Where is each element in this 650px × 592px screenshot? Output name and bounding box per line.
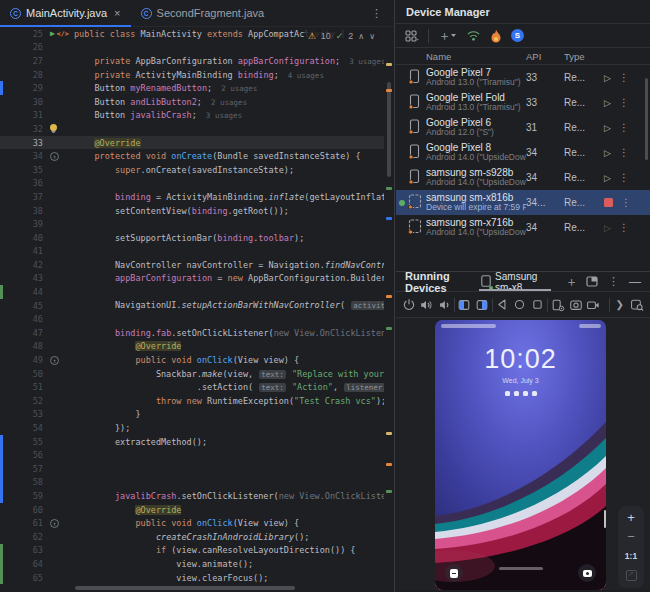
- stripe-mark[interactable]: [386, 432, 392, 435]
- start-device-icon[interactable]: ▷: [604, 98, 611, 108]
- home-icon[interactable]: [512, 296, 528, 314]
- zoom-actual-size-button[interactable]: 1:1: [625, 551, 637, 561]
- add-tab-icon[interactable]: ＋: [565, 273, 578, 291]
- group-devices-icon[interactable]: [405, 30, 419, 42]
- back-icon[interactable]: [495, 296, 511, 314]
- code-line-59[interactable]: 59 javalibCrash.setOnClickListener(new V…: [0, 489, 384, 503]
- stripe-mark[interactable]: [386, 463, 392, 466]
- device-row-google-pixel-6[interactable]: Google Pixel 6Android 12.0 ("S")31Re...▷…: [396, 115, 650, 140]
- rotate-right-icon[interactable]: [474, 296, 490, 314]
- device-options-kebab-icon[interactable]: ⋮: [619, 222, 629, 233]
- column-type[interactable]: Type: [564, 51, 604, 62]
- zoom-in-button[interactable]: +: [627, 513, 635, 523]
- code-line-56[interactable]: 56: [0, 448, 384, 462]
- start-device-icon[interactable]: ▷: [604, 148, 611, 158]
- code-line-33[interactable]: 33 @Override: [0, 136, 384, 150]
- device-options-kebab-icon[interactable]: ⋮: [619, 147, 629, 158]
- code-line-65[interactable]: 65 view.clearFocus();: [0, 571, 384, 585]
- code-line-27[interactable]: 27 private AppBarConfiguration appBarCon…: [0, 54, 384, 68]
- overriding-method-icon[interactable]: ↑: [50, 152, 59, 161]
- code-changed-icon[interactable]: </>: [57, 30, 69, 38]
- code-line-44[interactable]: 44: [0, 285, 384, 299]
- code-line-39[interactable]: 39: [0, 217, 384, 231]
- next-issue-icon[interactable]: ∨: [369, 32, 375, 41]
- start-device-icon[interactable]: ▷: [604, 223, 611, 233]
- code-line-50[interactable]: 50 Snackbar.make(view, text: "Replace wi…: [0, 367, 384, 381]
- code-line-48[interactable]: 48 @Override: [0, 340, 384, 354]
- device-options-kebab-icon[interactable]: ⋮: [619, 172, 629, 183]
- code-line-61[interactable]: 61↑ public void onClick(View view) {: [0, 516, 384, 530]
- stripe-mark[interactable]: [386, 490, 392, 493]
- options-kebab-icon[interactable]: ⋮: [608, 275, 619, 288]
- error-stripe[interactable]: [384, 27, 394, 592]
- column-name[interactable]: Name: [396, 51, 526, 62]
- horizontal-scrollbar[interactable]: [75, 586, 295, 590]
- samsung-remote-icon[interactable]: S: [511, 29, 524, 42]
- device-options-kebab-icon[interactable]: ⋮: [621, 197, 631, 208]
- more-chevron-icon[interactable]: ❯: [612, 296, 628, 314]
- stripe-mark[interactable]: [386, 295, 392, 298]
- vertical-scrollbar[interactable]: [387, 82, 391, 177]
- start-device-icon[interactable]: ▷: [604, 173, 611, 183]
- volume-up-icon[interactable]: [419, 296, 435, 314]
- record-screen-icon[interactable]: [585, 296, 601, 314]
- rotate-left-icon[interactable]: [457, 296, 473, 314]
- code-line-54[interactable]: 54 });: [0, 421, 384, 435]
- code-line-35[interactable]: 35 super.onCreate(savedInstanceState);: [0, 163, 384, 177]
- overriding-method-icon[interactable]: ↑: [50, 356, 59, 365]
- code-line-47[interactable]: 47 binding.fab.setOnClickListener(new Vi…: [0, 326, 384, 340]
- start-device-icon[interactable]: ▷: [604, 73, 611, 83]
- code-line-53[interactable]: 53 }: [0, 408, 384, 422]
- code-line-42[interactable]: 42 NavController navController = Navigat…: [0, 258, 384, 272]
- start-device-icon[interactable]: ▷: [604, 123, 611, 133]
- device-options-kebab-icon[interactable]: ⋮: [619, 97, 629, 108]
- code-line-60[interactable]: 60 @Override: [0, 503, 384, 517]
- stripe-mark[interactable]: [386, 217, 392, 220]
- code-line-57[interactable]: 57: [0, 462, 384, 476]
- code-line-37[interactable]: 37 binding = ActivityMainBinding.inflate…: [0, 190, 384, 204]
- stripe-mark[interactable]: [386, 327, 392, 330]
- code-line-58[interactable]: 58: [0, 476, 384, 490]
- code-line-34[interactable]: 34↑ protected void onCreate(Bundle saved…: [0, 149, 384, 163]
- firebase-icon[interactable]: [490, 29, 502, 43]
- device-row-google-pixel-7[interactable]: Google Pixel 7Android 13.0 ("Tiramisu")3…: [396, 65, 650, 90]
- device-list-scrollbar[interactable]: [645, 78, 648, 160]
- code-line-64[interactable]: 64 view.animate();: [0, 557, 384, 571]
- code-line-41[interactable]: 41: [0, 245, 384, 259]
- running-device-tab[interactable]: Samsung sm-x8...: [477, 272, 553, 291]
- prev-issue-icon[interactable]: ∧: [358, 32, 364, 41]
- code-line-51[interactable]: 51 .setAction( text: "Action", listener:…: [0, 380, 384, 394]
- code-editor[interactable]: 25▶</>public class MainActivity extends …: [0, 27, 384, 592]
- power-icon[interactable]: [401, 296, 417, 314]
- device-settings-icon[interactable]: [629, 296, 645, 314]
- device-options-kebab-icon[interactable]: ⋮: [619, 122, 629, 133]
- code-line-29[interactable]: 29 Button myRenamedButton; 2 usages: [0, 81, 384, 95]
- device-row-samsung-sm-s928b[interactable]: samsung sm-s928bAndroid 14.0 ("UpsideDow…: [396, 165, 650, 190]
- stripe-mark[interactable]: [386, 89, 392, 92]
- column-api[interactable]: API: [526, 51, 564, 62]
- hide-panel-icon[interactable]: —: [629, 275, 641, 289]
- code-line-55[interactable]: 55 extractedMethod();: [0, 435, 384, 449]
- stripe-mark[interactable]: [386, 63, 392, 66]
- code-line-63[interactable]: 63 if (view.canResolveLayoutDirection())…: [0, 544, 384, 558]
- code-line-43[interactable]: 43 appBarConfiguration = new AppBarConfi…: [0, 272, 384, 286]
- volume-down-icon[interactable]: [436, 296, 452, 314]
- device-row-samsung-sm-x716b[interactable]: samsung sm-x716bAndroid 14.0 ("UpsideDow…: [396, 215, 650, 240]
- code-line-30[interactable]: 30 Button andLibButton2; 2 usages: [0, 95, 384, 109]
- code-line-40[interactable]: 40 setSupportActionBar(binding.toolbar);: [0, 231, 384, 245]
- code-line-49[interactable]: 49↑ public void onClick(View view) {: [0, 353, 384, 367]
- close-tab-icon[interactable]: ×: [114, 7, 120, 19]
- code-line-52[interactable]: 52 throw new RuntimeException("Test Cras…: [0, 394, 384, 408]
- code-line-46[interactable]: 46: [0, 312, 384, 326]
- device-row-google-pixel-8[interactable]: Google Pixel 8Android 14.0 ("UpsideDownC…: [396, 140, 650, 165]
- fold-posture-icon[interactable]: [550, 296, 566, 314]
- zoom-to-fit-icon[interactable]: [626, 570, 637, 581]
- code-line-38[interactable]: 38 setContentView(binding.getRoot());: [0, 204, 384, 218]
- stripe-mark[interactable]: [386, 187, 392, 190]
- pair-wifi-icon[interactable]: [466, 29, 481, 42]
- zoom-out-button[interactable]: −: [627, 532, 635, 542]
- code-line-45[interactable]: 45 NavigationUI.setupActionBarWithNavCon…: [0, 299, 384, 313]
- inspections-widget[interactable]: ⚠ 10 ✓ 2 ∧ ∨: [305, 30, 378, 42]
- tab-secondfragment[interactable]: C SecondFragment.java: [131, 0, 275, 26]
- code-line-28[interactable]: 28 private ActivityMainBinding binding; …: [0, 68, 384, 82]
